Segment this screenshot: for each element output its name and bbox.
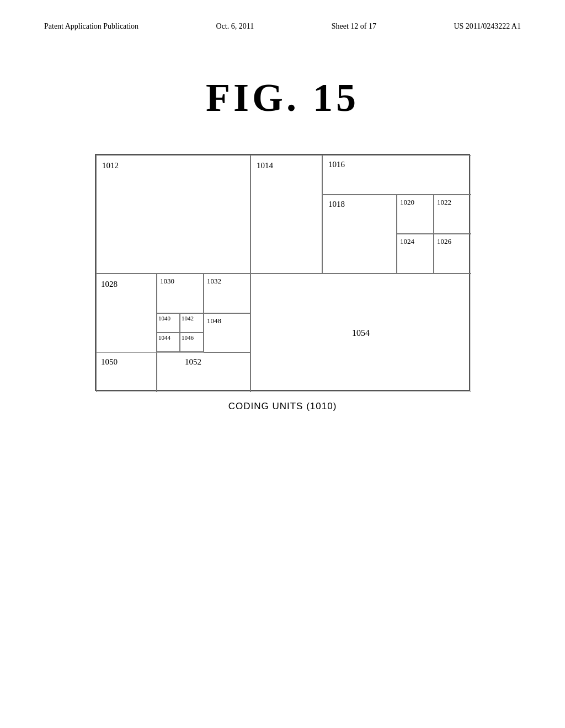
page-header: Patent Application Publication Oct. 6, 2… <box>0 0 565 31</box>
cell-1022: 1022 <box>434 195 471 234</box>
cell-1054: 1054 <box>250 274 471 392</box>
cell-1014: 1014 <box>250 155 322 274</box>
header-sheet: Sheet 12 of 17 <box>332 22 376 31</box>
diagram-caption: CODING UNITS (1010) <box>228 401 337 412</box>
cell-1032: 1032 <box>204 274 250 313</box>
cell-1048: 1048 <box>204 313 250 352</box>
figure-title: FIG. 15 <box>0 75 565 121</box>
coding-units-diagram: 1012 1014 1016 1018 1020 1022 1024 1026 <box>95 154 470 391</box>
header-middle: Oct. 6, 2011 <box>216 22 254 31</box>
cell-1020: 1020 <box>397 195 434 234</box>
cell-1042: 1042 <box>180 313 204 333</box>
cell-1024: 1024 <box>397 234 434 274</box>
cell-1050: 1050 <box>96 352 157 392</box>
cell-1018: 1018 <box>322 195 397 274</box>
cell-1030: 1030 <box>157 274 204 313</box>
cell-1012: 1012 <box>96 155 250 274</box>
cell-1046: 1046 <box>180 333 204 352</box>
cell-1044: 1044 <box>157 333 180 352</box>
cell-1040: 1040 <box>157 313 180 333</box>
cell-1026: 1026 <box>434 234 471 274</box>
cell-1016: 1016 <box>322 155 471 195</box>
header-left: Patent Application Publication <box>44 22 138 31</box>
cell-1052: 1052 <box>157 352 250 392</box>
header-right: US 2011/0243222 A1 <box>454 22 521 31</box>
